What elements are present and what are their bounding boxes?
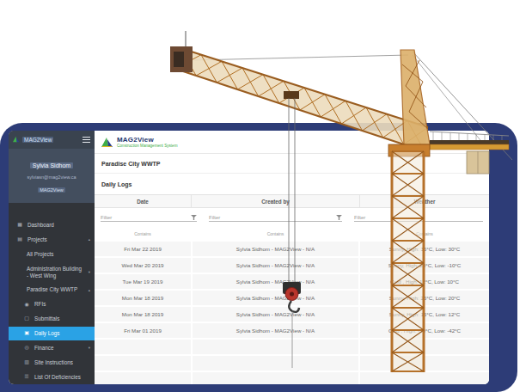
table-row-empty [95, 340, 489, 356]
table-row[interactable]: Tue Mar 19 2019 Sylvia Sidhom - MAG2View… [95, 274, 489, 291]
cell-weather: Sunny, High: 35°C, Low: 30°C [360, 242, 489, 256]
sidebar-item-finance[interactable]: ◎ Finance ▾ [9, 340, 95, 355]
filter-funnel-icon[interactable] [336, 215, 342, 220]
filter-hint: Contains [261, 231, 290, 236]
cell-created-by: Sylvia Sidhom - MAG2View - N/A [193, 274, 360, 289]
cell-weather: Sunny, High: 25°C, Low: 20°C [360, 291, 489, 305]
projects-folder-icon: ▤ [16, 236, 23, 243]
weather-filter-input[interactable]: Filter [354, 211, 483, 222]
sidebar-item-dashboard[interactable]: ▦ Dashboard [9, 218, 95, 233]
created-by-filter-input[interactable]: Filter [209, 211, 342, 222]
brand-name: MAG2View [117, 136, 177, 144]
table-row[interactable]: Fri Mar 01 2019 Sylvia Sidhom - MAG2View… [95, 323, 489, 340]
app-window: MAG2View Sylvia Sidhom sylviasn@mag2view… [9, 131, 489, 384]
table-row-empty [95, 356, 489, 372]
sidebar-item-administration-building[interactable]: Administration Building - West Wing ▾ [9, 261, 95, 283]
created-by-filter-cell: Filter [203, 211, 348, 222]
sidebar-item-submittals[interactable]: ▢ Submittals [9, 312, 95, 327]
column-header-created-by[interactable]: Created by [192, 195, 360, 207]
sidebar: MAG2View Sylvia Sidhom sylviasn@mag2view… [9, 131, 95, 384]
filter-hint: Contains [128, 231, 157, 236]
brand-bar: MAG2View Construction Management System [95, 131, 489, 154]
chevron-up-icon: ▴ [89, 237, 90, 242]
site-instructions-icon: ▥ [23, 359, 30, 366]
cell-weather: Cold , High: -30°C, Low: -42°C [360, 323, 489, 338]
filter-funnel-icon[interactable] [191, 215, 197, 220]
cell-date: Fri Mar 01 2019 [95, 323, 193, 338]
hamburger-menu-icon[interactable] [83, 137, 90, 143]
daily-logs-icon: ▣ [23, 330, 30, 337]
sidebar-item-paradise-city-wwtp[interactable]: Paradise City WWTP ▴ [9, 283, 95, 297]
weather-filter-cell: Filter [348, 211, 489, 222]
sidebar-item-all-projects[interactable]: All Projects [9, 247, 95, 261]
user-name: Sylvia Sidhom [30, 162, 73, 168]
sidebar-item-daily-logs[interactable]: ▣ Daily Logs [9, 327, 95, 341]
submittals-icon: ▢ [23, 315, 30, 322]
cell-created-by: Sylvia Sidhom - MAG2View - N/A [193, 258, 360, 273]
cell-created-by: Sylvia Sidhom - MAG2View - N/A [193, 291, 360, 305]
sidebar-item-list-of-deficiencies[interactable]: ☰ List Of Deficiencies [9, 370, 95, 384]
list-of-deficiencies-icon: ☰ [23, 374, 30, 381]
filter-row: Filter Filter [95, 208, 489, 222]
brand-logo-icon [13, 136, 20, 143]
section-title: Daily Logs [101, 181, 131, 187]
sidebar-menu: ▦ Dashboard ▤ Projects ▴ All Projects Ad… [9, 203, 95, 384]
column-header-date[interactable]: Date [95, 195, 192, 207]
chevron-up-icon: ▴ [89, 288, 90, 293]
column-header-weather[interactable]: Weather [360, 195, 489, 207]
daily-logs-table: Date Created by Weather Filter [95, 194, 489, 384]
table-row[interactable]: Wed Mar 20 2019 Sylvia Sidhom - MAG2View… [95, 258, 489, 274]
page-title: Paradise City WWTP [101, 161, 160, 167]
sidebar-item-site-instructions[interactable]: ▥ Site Instructions [9, 355, 95, 370]
cell-weather: Cold , High: 12°C, Low: 10°C [360, 274, 489, 289]
marketing-composite: MAG2View Sylvia Sidhom sylviasn@mag2view… [0, 0, 532, 392]
table-row-empty [95, 372, 489, 384]
finance-icon: ◎ [23, 345, 30, 352]
cell-date: Mon Mar 18 2019 [95, 307, 193, 322]
cell-date: Wed Mar 20 2019 [95, 258, 193, 273]
cell-created-by: Sylvia Sidhom - MAG2View - N/A [193, 323, 360, 338]
main-content: MAG2View Construction Management System … [95, 131, 489, 384]
filter-hint: Contains [410, 231, 439, 236]
table-row[interactable]: Fri Mar 22 2019 Sylvia Sidhom - MAG2View… [95, 242, 489, 258]
sidebar-app-name: MAG2View [22, 137, 53, 143]
user-panel: Sylvia Sidhom sylviasn@mag2view.ca MAG2V… [9, 149, 95, 203]
cell-created-by: Sylvia Sidhom - MAG2View - N/A [193, 242, 360, 256]
cell-weather: Sunny, High: 15°C, Low: 12°C [360, 307, 489, 322]
sidebar-header: MAG2View [9, 131, 95, 149]
table-row[interactable]: Mon Mar 18 2019 Sylvia Sidhom - MAG2View… [95, 291, 489, 307]
chevron-down-icon: ▾ [89, 270, 90, 275]
chevron-down-icon: ▾ [89, 346, 90, 351]
cell-date: Mon Mar 18 2019 [95, 291, 193, 305]
user-organization: MAG2View [38, 187, 64, 193]
cell-weather: Sunny, High: 20°C, Low: -10°C [360, 258, 489, 273]
brand-tagline: Construction Management System [117, 144, 177, 148]
table-header-row: Date Created by Weather [95, 195, 489, 208]
cell-created-by: Sylvia Sidhom - MAG2View - N/A [193, 307, 360, 322]
cell-date: Tue Mar 19 2019 [95, 274, 193, 289]
dashboard-icon: ▦ [16, 222, 23, 229]
date-filter-input[interactable]: Filter [101, 211, 197, 222]
sidebar-item-projects[interactable]: ▤ Projects ▴ [9, 233, 95, 248]
rfis-icon: ◉ [23, 302, 30, 309]
filter-hint-row: Contains Contains Contains [95, 222, 489, 242]
sidebar-item-rfis[interactable]: ◉ RFIs [9, 297, 95, 312]
cell-date: Fri Mar 22 2019 [95, 242, 193, 256]
table-row[interactable]: Mon Mar 18 2019 Sylvia Sidhom - MAG2View… [95, 307, 489, 323]
date-filter-cell: Filter [95, 211, 203, 222]
brand-logo-icon [101, 137, 113, 148]
